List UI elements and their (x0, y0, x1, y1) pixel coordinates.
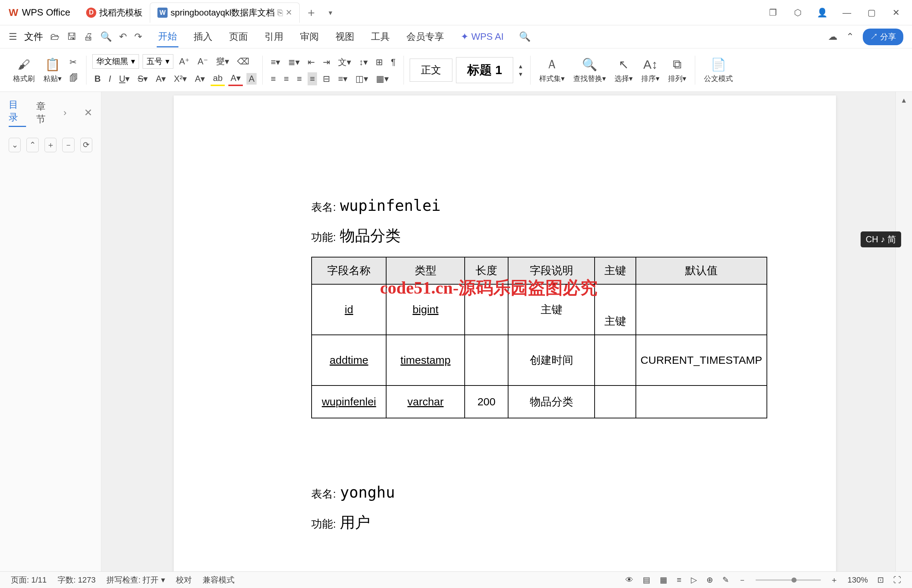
pen-icon[interactable]: ✎ (722, 575, 729, 585)
undo-icon[interactable]: ↶ (119, 31, 127, 42)
chevron-right-icon[interactable]: › (63, 107, 66, 118)
refresh-icon[interactable]: ⟳ (80, 138, 92, 152)
outdent-icon[interactable]: ⇤ (305, 56, 317, 69)
align-right-icon[interactable]: ≡ (295, 72, 304, 86)
status-proof[interactable]: 校对 (176, 575, 192, 585)
italic-icon[interactable]: I (106, 72, 113, 86)
line-spacing-icon[interactable]: ≡▾ (336, 72, 350, 86)
format-brush-group[interactable]: 🖌 格式刷 (10, 48, 38, 92)
menu-tab-view[interactable]: 视图 (334, 27, 356, 47)
phonetic-icon[interactable]: 燮▾ (214, 54, 231, 69)
zoom-value[interactable]: 130% (847, 575, 868, 585)
text-direction-icon[interactable]: 文▾ (336, 55, 353, 69)
remove-icon[interactable]: － (62, 138, 74, 152)
copy-icon[interactable]: 🗐 (67, 72, 80, 85)
text-effect-icon[interactable]: A▾ (193, 72, 207, 86)
status-compat[interactable]: 兼容模式 (202, 575, 235, 585)
arrange-group[interactable]: ⧉ 排列▾ (665, 48, 689, 92)
shrink-font-icon[interactable]: A⁻ (196, 55, 210, 68)
open-icon[interactable]: 🗁 (50, 31, 60, 42)
collapse-down-icon[interactable]: ⌄ (9, 138, 21, 152)
style-scroll-icon[interactable]: ▴▾ (517, 61, 525, 79)
official-group[interactable]: 📄 公文模式 (701, 48, 736, 92)
outline-view-icon[interactable]: ≡ (677, 575, 682, 585)
distribute-icon[interactable]: ⊟ (321, 72, 332, 86)
fill-icon[interactable]: ◫▾ (353, 72, 370, 86)
close-tab-icon[interactable]: ✕ (285, 8, 292, 17)
bullets-icon[interactable]: ≡▾ (269, 56, 282, 69)
redo-icon[interactable]: ↷ (134, 31, 142, 42)
menu-tab-reference[interactable]: 引用 (263, 27, 285, 47)
play-icon[interactable]: ▷ (691, 575, 697, 585)
new-tab-button[interactable]: ＋ (300, 5, 323, 21)
strike-icon[interactable]: S▾ (135, 72, 150, 86)
indent-icon[interactable]: ⇥ (321, 56, 332, 69)
shading-icon[interactable]: A (246, 73, 257, 85)
zoom-thumb[interactable] (792, 578, 797, 583)
sort-group[interactable]: A↕ 排序▾ (638, 48, 662, 92)
multiwindow-icon[interactable]: ❐ (766, 5, 780, 20)
scroll-up-icon[interactable]: ▴ (902, 95, 906, 105)
menu-tab-review[interactable]: 审阅 (298, 27, 320, 47)
status-words[interactable]: 字数: 1273 (58, 575, 96, 585)
add-icon[interactable]: ＋ (45, 138, 57, 152)
fullscreen-icon[interactable]: ⛶ (893, 575, 901, 585)
print-icon[interactable]: 🖨 (84, 31, 93, 42)
grow-font-icon[interactable]: A⁺ (177, 55, 192, 68)
status-page[interactable]: 页面: 1/11 (11, 575, 47, 585)
borders-icon[interactable]: ▦▾ (374, 72, 391, 86)
align-left-icon[interactable]: ≡ (269, 72, 278, 86)
superscript-icon[interactable]: A▾ (154, 72, 168, 86)
font-color-icon[interactable]: A▾ (228, 72, 243, 86)
style-heading1[interactable]: 标题 1 (456, 57, 513, 83)
cube-icon[interactable]: ⬡ (791, 5, 805, 20)
sidebar-tab-toc[interactable]: 目录 (9, 99, 26, 127)
maximize-button[interactable]: ▢ (864, 5, 879, 20)
menu-tab-page[interactable]: 页面 (228, 27, 249, 47)
print-layout-icon[interactable]: ▦ (660, 575, 667, 585)
align-center-icon[interactable]: ≡ (282, 72, 291, 86)
numbering-icon[interactable]: ≣▾ (286, 56, 302, 69)
zoom-slider[interactable] (756, 579, 821, 581)
preview-icon[interactable]: 🔍 (100, 31, 112, 42)
collapse-up-icon[interactable]: ⌃ (26, 138, 38, 152)
font-family-select[interactable]: 华文细黑 ▾ (92, 54, 139, 69)
save-icon[interactable]: 🖫 (67, 31, 76, 42)
cloud-icon[interactable]: ☁ (828, 31, 837, 42)
tab-document[interactable]: W springbootayqkl数据库文档 ⎘ ✕ (150, 3, 300, 23)
search-icon[interactable]: 🔍 (519, 31, 531, 42)
cut-icon[interactable]: ✂ (67, 56, 80, 69)
sidebar-tab-chapter[interactable]: 章节 (36, 100, 53, 126)
file-menu[interactable]: 文件 (24, 31, 43, 43)
align-justify-icon[interactable]: ≡ (308, 72, 317, 86)
subscript-icon[interactable]: X²▾ (172, 72, 189, 86)
menu-tab-tools[interactable]: 工具 (369, 27, 391, 47)
tab-dropdown-icon[interactable]: ▾ (323, 8, 338, 17)
font-size-select[interactable]: 五号 ▾ (143, 54, 173, 69)
menu-tab-member[interactable]: 会员专享 (405, 27, 445, 47)
underline-icon[interactable]: U▾ (117, 72, 132, 86)
minimize-button[interactable]: — (840, 5, 854, 20)
web-layout-icon[interactable]: ⊕ (706, 575, 713, 585)
paste-group[interactable]: 📋 粘贴▾ (40, 48, 65, 92)
menu-tab-insert[interactable]: 插入 (192, 27, 214, 47)
sidebar-close-icon[interactable]: ✕ (84, 107, 92, 119)
clear-format-icon[interactable]: ⌫ (235, 55, 251, 68)
eye-icon[interactable]: 👁 (625, 575, 633, 585)
document-area[interactable]: 表名: wupinfenlei 功能: 物品分类 字段名称 类型 长度 字段说明… (101, 92, 895, 571)
border-icon[interactable]: ⊞ (374, 56, 385, 69)
zoom-in-icon[interactable]: ＋ (830, 575, 838, 585)
styleset-group[interactable]: Ａ 样式集▾ (536, 48, 567, 92)
collapse-icon[interactable]: ⌃ (846, 31, 854, 42)
reading-view-icon[interactable]: ▤ (643, 575, 650, 585)
menu-icon[interactable]: ☰ (9, 31, 17, 42)
close-button[interactable]: ✕ (889, 5, 903, 20)
share-button[interactable]: ↗ 分享 (863, 29, 903, 45)
status-spellcheck[interactable]: 拼写检查: 打开 ▾ (106, 575, 165, 585)
select-group[interactable]: ↖ 选择▾ (612, 48, 635, 92)
spacing-icon[interactable]: ↕▾ (357, 56, 370, 69)
avatar-icon[interactable]: 👤 (815, 5, 829, 20)
menu-tab-wpsai[interactable]: ✦ WPS AI (459, 27, 505, 46)
highlight-icon[interactable]: ab (211, 72, 225, 86)
bold-icon[interactable]: B (92, 72, 103, 86)
